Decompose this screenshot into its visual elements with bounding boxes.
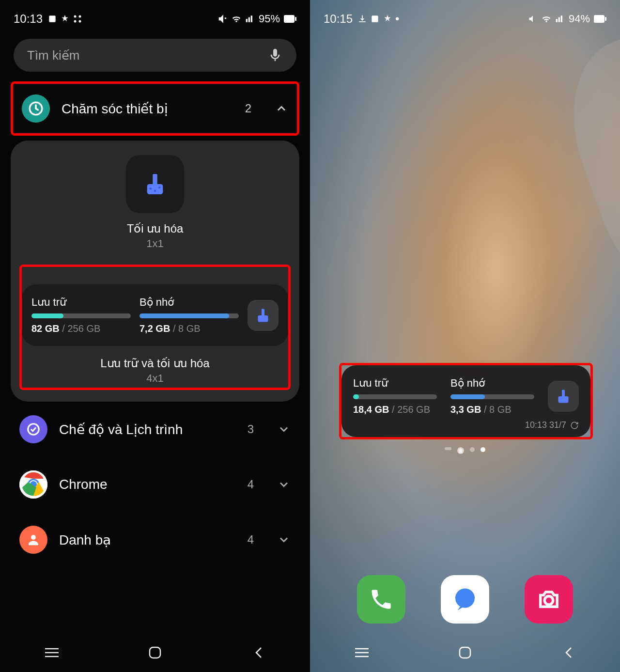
home-storage-progress <box>353 394 437 399</box>
memory-used: 7,2 GB <box>140 323 170 334</box>
nav-bar <box>310 633 620 672</box>
svg-rect-6 <box>295 17 296 21</box>
battery-percent: 94% <box>569 13 590 25</box>
dock-phone[interactable] <box>357 575 405 624</box>
widget-timestamp: 10:13 31/7 <box>525 420 566 430</box>
widget-optimize-size: 1x1 <box>146 237 163 250</box>
svg-rect-24 <box>150 647 160 658</box>
dock-messages[interactable] <box>441 575 489 624</box>
dot-active[interactable] <box>480 447 485 452</box>
home-memory-progress <box>450 394 534 399</box>
brush-icon <box>555 388 572 405</box>
svg-point-2 <box>79 16 81 18</box>
nav-home[interactable] <box>446 644 484 661</box>
home-memory-label: Bộ nhớ <box>450 377 534 390</box>
highlight-box-2: Lưu trữ 82 GB / 256 GB Bộ nhớ 7,2 GB / 8… <box>19 265 291 390</box>
list-row-chrome[interactable]: Chrome 4 <box>11 457 299 512</box>
home-storage-label: Lưu trữ <box>353 377 437 390</box>
svg-point-12 <box>158 187 161 189</box>
nav-home[interactable] <box>136 644 174 661</box>
contacts-count: 4 <box>248 533 254 547</box>
svg-rect-13 <box>258 315 268 322</box>
highlight-box-3: Lưu trữ 18,4 GB / 256 GB Bộ nhớ 3,3 GB /… <box>339 363 593 439</box>
wifi-icon <box>542 14 551 24</box>
nav-recents[interactable] <box>342 644 381 661</box>
svg-point-20 <box>31 535 36 540</box>
dot[interactable] <box>445 447 451 450</box>
widget-storage-size: 4x1 <box>22 372 288 385</box>
search-bar[interactable]: Tìm kiếm <box>14 39 296 72</box>
svg-rect-26 <box>372 16 378 22</box>
device-care-header[interactable]: Chăm sóc thiết bị 2 <box>13 84 297 133</box>
memory-label: Bộ nhớ <box>140 296 239 309</box>
dot-home[interactable] <box>457 447 464 454</box>
storage-used: 82 GB <box>31 323 60 334</box>
storage-progress <box>31 313 131 318</box>
home-storage-section: Lưu trữ 18,4 GB / 256 GB <box>353 377 437 415</box>
widget-storage-meta: Lưu trữ và tối ưu hóa 4x1 <box>22 357 288 385</box>
memory-section: Bộ nhớ 7,2 GB / 8 GB <box>140 296 239 334</box>
brush-icon <box>141 171 169 198</box>
list-row-contacts[interactable]: Danh bạ 4 <box>11 512 299 567</box>
storage-total: / 256 GB <box>60 323 101 334</box>
svg-rect-27 <box>594 15 604 23</box>
nav-back[interactable] <box>549 644 588 661</box>
chevron-up-icon <box>275 102 288 115</box>
brush-icon <box>254 307 272 324</box>
signal-icon <box>245 14 255 24</box>
svg-rect-36 <box>460 647 470 658</box>
widget-panel: Tối ưu hóa 1x1 Lưu trữ 82 GB / 256 GB Bộ… <box>11 141 299 402</box>
widget-optimize[interactable]: Tối ưu hóa 1x1 <box>19 155 291 250</box>
wallpaper <box>310 0 620 672</box>
battery-icon <box>594 15 606 23</box>
optimize-button[interactable] <box>248 300 279 331</box>
storage-widget-preview[interactable]: Lưu trữ 82 GB / 256 GB Bộ nhớ 7,2 GB / 8… <box>22 284 288 346</box>
svg-point-1 <box>74 16 77 18</box>
widget-timestamp-row: 10:13 31/7 <box>353 420 579 430</box>
memory-progress <box>140 313 239 318</box>
svg-point-32 <box>545 596 553 605</box>
refresh-icon[interactable] <box>570 421 579 430</box>
optimize-icon-box <box>126 155 184 213</box>
chrome-icon <box>19 470 47 499</box>
dock-camera[interactable] <box>525 575 573 624</box>
storage-section: Lưu trữ 82 GB / 256 GB <box>31 296 131 334</box>
phone-right-screen: 10:15 • 94% Lưu trữ 18,4 GB / 256 GB <box>310 0 620 672</box>
chevron-down-icon <box>277 478 291 491</box>
nav-recents[interactable] <box>32 644 71 661</box>
svg-rect-25 <box>359 21 365 22</box>
highlight-box-1: Chăm sóc thiết bị 2 <box>11 81 299 136</box>
list-row-modes[interactable]: Chế độ và Lịch trình 3 <box>11 402 299 457</box>
home-memory-section: Bộ nhớ 3,3 GB / 8 GB <box>450 377 534 415</box>
home-storage-widget[interactable]: Lưu trữ 18,4 GB / 256 GB Bộ nhớ 3,3 GB /… <box>341 365 590 437</box>
modes-icon <box>19 415 47 443</box>
nav-back[interactable] <box>239 644 278 661</box>
dock <box>310 575 620 624</box>
modes-count: 3 <box>248 422 254 436</box>
svg-rect-9 <box>153 174 157 185</box>
svg-point-10 <box>149 188 152 190</box>
home-storage-total: / 256 GB <box>389 404 430 415</box>
battery-icon <box>284 15 296 23</box>
status-notification-icons <box>47 14 82 24</box>
svg-point-31 <box>455 589 475 608</box>
modes-label: Chế độ và Lịch trình <box>59 422 236 438</box>
signal-icon <box>555 14 565 24</box>
svg-rect-14 <box>262 309 264 316</box>
status-bar: 10:15 • 94% <box>310 0 620 29</box>
svg-rect-30 <box>562 390 565 397</box>
search-placeholder: Tìm kiếm <box>27 48 267 63</box>
battery-percent: 95% <box>259 13 280 25</box>
svg-rect-5 <box>284 15 294 23</box>
storage-label: Lưu trữ <box>31 296 131 309</box>
mic-icon[interactable] <box>267 47 283 63</box>
wifi-icon <box>232 14 241 24</box>
home-optimize-button[interactable] <box>548 381 579 412</box>
svg-rect-29 <box>558 396 569 403</box>
dot[interactable] <box>470 447 475 452</box>
home-storage-used: 18,4 GB <box>353 404 389 415</box>
mute-icon <box>218 14 228 24</box>
status-notification-icons: • <box>357 12 399 26</box>
device-care-count: 2 <box>245 102 251 115</box>
home-memory-total: / 8 GB <box>481 404 511 415</box>
